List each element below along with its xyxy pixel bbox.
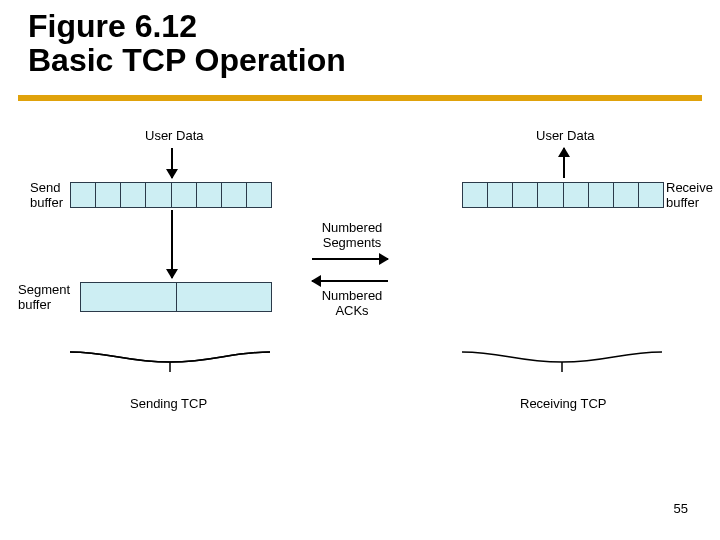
buffer-cell [247, 183, 271, 207]
arrow-receive-to-user [563, 148, 565, 178]
page-number: 55 [674, 501, 688, 516]
user-data-right-label: User Data [536, 128, 595, 143]
arrow-user-to-send [171, 148, 173, 178]
buffer-cell [614, 183, 639, 207]
receiving-brace-icon [462, 350, 662, 378]
buffer-cell [538, 183, 563, 207]
numbered-acks-label: Numbered ACKs [312, 288, 392, 318]
arrow-down-icon [166, 269, 178, 279]
segment-cell [177, 283, 272, 311]
receiving-tcp-label: Receiving TCP [520, 396, 606, 411]
figure-number: Figure 6.12 [28, 10, 346, 44]
arrow-down-icon [166, 169, 178, 179]
segment-buffer [80, 282, 272, 312]
arrow-send-to-segment [171, 210, 173, 278]
send-buffer-label: Send buffer [30, 180, 63, 210]
receive-buffer-label: Receive buffer [666, 180, 713, 210]
arrow-left-icon [311, 275, 321, 287]
buffer-cell [121, 183, 146, 207]
sending-brace-icon [70, 350, 270, 378]
receive-buffer [462, 182, 664, 208]
buffer-cell [146, 183, 171, 207]
buffer-cell [639, 183, 663, 207]
figure-title: Figure 6.12 Basic TCP Operation [28, 10, 346, 77]
buffer-cell [463, 183, 488, 207]
title-underline [18, 95, 702, 101]
buffer-cell [513, 183, 538, 207]
segment-buffer-label: Segment buffer [18, 282, 70, 312]
arrow-up-icon [558, 147, 570, 157]
send-buffer [70, 182, 272, 208]
buffer-cell [222, 183, 247, 207]
buffer-cell [172, 183, 197, 207]
user-data-left-label: User Data [145, 128, 204, 143]
buffer-cell [197, 183, 222, 207]
buffer-cell [71, 183, 96, 207]
sending-tcp-label: Sending TCP [130, 396, 207, 411]
numbered-segments-label: Numbered Segments [312, 220, 392, 250]
arrow-acks-left [312, 280, 388, 282]
buffer-cell [96, 183, 121, 207]
segment-cell [81, 283, 177, 311]
buffer-cell [488, 183, 513, 207]
arrow-segments-right [312, 258, 388, 260]
buffer-cell [564, 183, 589, 207]
figure-caption: Basic TCP Operation [28, 44, 346, 78]
arrow-right-icon [379, 253, 389, 265]
buffer-cell [589, 183, 614, 207]
